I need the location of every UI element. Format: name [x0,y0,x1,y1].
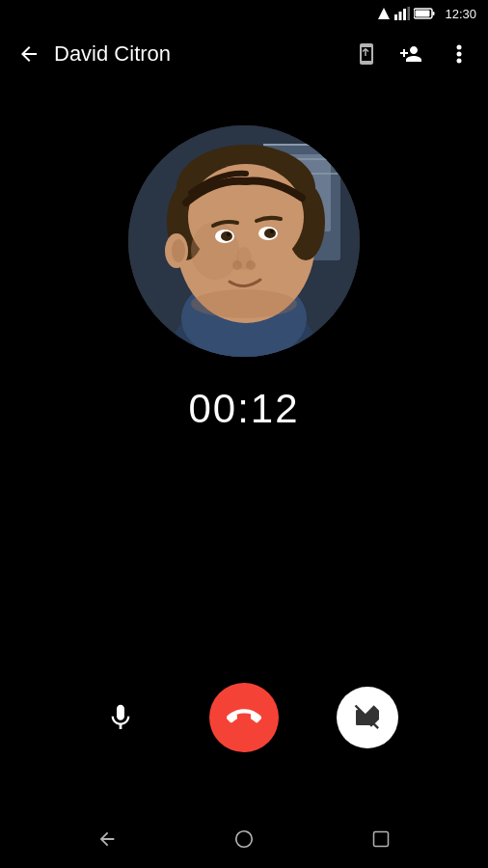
call-timer: 00:12 [188,386,299,432]
switch-device-icon [355,42,378,66]
svg-rect-6 [433,12,435,15]
svg-point-9 [457,52,462,57]
svg-point-33 [232,260,242,270]
video-off-icon [352,702,383,733]
nav-home-icon [233,828,255,850]
add-contact-icon [399,42,426,66]
back-button[interactable] [8,33,50,75]
svg-point-34 [246,260,256,270]
add-contact-button[interactable] [392,33,434,75]
avatar [128,125,360,357]
nav-bar [0,810,488,868]
status-time: 12:30 [445,7,476,21]
video-off-button[interactable] [337,687,398,748]
svg-point-29 [264,229,276,238]
contact-name: David Citron [54,41,345,67]
svg-point-37 [191,289,297,318]
battery-icon [414,8,435,19]
svg-point-36 [172,239,185,262]
top-bar: David Citron [0,27,488,81]
svg-marker-0 [378,8,390,19]
nav-recents-icon [371,829,391,849]
nav-recents-button[interactable] [362,820,400,858]
switch-device-button[interactable] [345,33,388,75]
svg-point-38 [236,831,253,848]
svg-point-28 [221,231,232,241]
mute-icon [105,702,136,733]
svg-rect-3 [403,9,406,20]
back-icon [17,42,41,66]
end-call-icon [227,700,261,735]
network-icon [394,7,410,20]
svg-rect-1 [394,14,397,20]
svg-point-25 [191,222,239,280]
svg-rect-39 [374,832,389,847]
svg-rect-4 [408,7,411,20]
svg-point-10 [457,59,462,64]
more-options-button[interactable] [438,33,480,75]
status-bar: 12:30 [0,0,488,27]
status-icons [377,7,435,20]
svg-point-30 [227,232,230,236]
mute-button[interactable] [90,687,151,748]
top-actions [345,33,480,75]
svg-rect-2 [399,12,402,20]
svg-point-31 [270,230,274,233]
svg-rect-7 [416,11,430,17]
nav-home-button[interactable] [225,820,263,858]
end-call-button[interactable] [209,683,279,752]
nav-back-icon [96,828,118,850]
signal-icon [377,7,391,20]
nav-back-button[interactable] [88,820,126,858]
avatar-image [128,125,360,357]
svg-point-8 [457,45,462,50]
more-options-icon [456,42,462,66]
call-controls [0,683,488,752]
